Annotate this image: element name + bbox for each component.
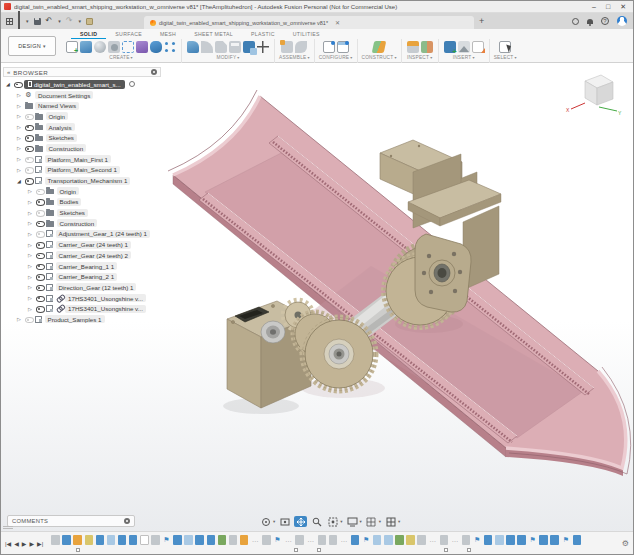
tab-surface[interactable]: SURFACE [106, 31, 151, 39]
timeline-feature[interactable] [240, 535, 249, 545]
display-caret-icon[interactable]: ▾ [360, 519, 362, 524]
help-icon[interactable] [601, 17, 609, 25]
workspace-design-button[interactable]: DESIGN [8, 36, 56, 56]
chamfer-icon[interactable] [215, 41, 227, 53]
flange-plate[interactable] [415, 234, 471, 312]
timeline-feature[interactable] [373, 535, 382, 545]
visibility-eye-icon[interactable] [36, 295, 44, 302]
view-cube[interactable]: X Y [561, 67, 625, 125]
expand-arrow-icon[interactable] [16, 178, 22, 184]
shell-icon[interactable] [229, 41, 241, 53]
expand-arrow-icon[interactable] [27, 242, 33, 248]
timeline-feature[interactable] [318, 535, 327, 545]
timeline-feature[interactable] [395, 535, 404, 545]
timeline-feature[interactable]: … [340, 535, 349, 545]
loft-icon[interactable] [136, 41, 148, 53]
playback-button[interactable]: ▶ [29, 540, 34, 547]
timeline-feature[interactable] [295, 535, 304, 545]
move-copy-icon[interactable] [257, 41, 269, 53]
expand-arrow-icon[interactable] [16, 113, 22, 119]
configure-dropdown[interactable]: CONFIGURE [319, 55, 353, 62]
visibility-eye-icon[interactable] [36, 188, 44, 195]
milestone-icon[interactable] [86, 18, 93, 25]
configuration-table-icon[interactable] [337, 41, 349, 53]
timeline-feature[interactable]: … [284, 535, 293, 545]
timeline-feature[interactable]: ⚑ [273, 535, 282, 545]
timeline-group-marker[interactable] [317, 548, 321, 552]
expand-arrow-icon[interactable] [27, 210, 33, 216]
visibility-eye-icon[interactable] [25, 177, 33, 184]
look-at-icon[interactable] [278, 516, 291, 527]
timeline-feature[interactable] [539, 535, 548, 545]
timeline-feature[interactable] [96, 535, 105, 545]
document-tab[interactable]: digital_twin_enabled_smart_shipping_work… [144, 16, 474, 29]
select-dropdown[interactable]: SELECT [494, 55, 517, 62]
timeline-feature[interactable] [495, 535, 504, 545]
undo-icon[interactable]: ↶ [46, 17, 53, 25]
display-settings-icon[interactable] [346, 516, 359, 527]
new-tab-button[interactable]: + [479, 16, 484, 26]
visibility-eye-icon[interactable] [36, 241, 44, 248]
browser-item-platform-main-second[interactable]: Platform_Main_Second 1 [3, 165, 161, 176]
browser-item-bodies[interactable]: Bodies [3, 197, 161, 208]
minimize-button[interactable]: – [592, 2, 596, 12]
press-pull-icon[interactable] [187, 41, 199, 53]
visibility-eye-icon[interactable] [25, 134, 33, 141]
expand-arrow-icon[interactable] [5, 81, 11, 87]
browser-options-icon[interactable] [151, 69, 157, 75]
timeline-feature[interactable]: … [251, 535, 260, 545]
timeline-feature[interactable]: ⚑ [362, 535, 371, 545]
timeline-feature[interactable] [140, 535, 149, 545]
timeline-feature[interactable] [406, 535, 415, 545]
fit-caret-icon[interactable]: ▾ [340, 519, 342, 524]
browser-item-origin[interactable]: Origin [3, 111, 161, 122]
timeline-feature[interactable] [151, 535, 160, 545]
redo-caret-icon[interactable]: ▾ [78, 18, 81, 24]
timeline-group-marker[interactable] [444, 548, 448, 552]
timeline-feature[interactable] [462, 535, 471, 545]
create-sketch-icon[interactable] [66, 41, 78, 53]
timeline-feature[interactable] [229, 535, 238, 545]
browser-item-sketches-sub[interactable]: Sketches [3, 207, 161, 218]
expand-arrow-icon[interactable] [16, 92, 22, 98]
visibility-eye-icon[interactable] [36, 305, 44, 312]
browser-item-stepper-motor-1[interactable]: 17HS3401_Usongshine v... [3, 293, 161, 304]
browser-header[interactable]: « BROWSER [3, 67, 161, 77]
revolve-icon[interactable] [94, 41, 106, 53]
tab-utilities[interactable]: UTILITIES [284, 31, 329, 39]
expand-arrow-icon[interactable] [16, 124, 22, 130]
visibility-eye-icon[interactable] [36, 273, 44, 280]
visibility-eye-icon[interactable] [14, 81, 22, 88]
timeline-feature[interactable] [62, 535, 71, 545]
timeline-feature[interactable]: … [306, 535, 315, 545]
expand-arrow-icon[interactable] [16, 316, 22, 322]
orbit-icon[interactable] [259, 516, 272, 527]
timeline-settings-gear-icon[interactable] [622, 539, 629, 548]
timeline-group-marker[interactable] [294, 548, 298, 552]
timeline-feature[interactable] [384, 535, 393, 545]
browser-item-stepper-motor-2[interactable]: 17HS3401_Usongshine v... [3, 303, 161, 314]
browser-item-carrier-bearing-2[interactable]: Carrier_Bearing_2 1 [3, 271, 161, 282]
browser-item-carrier-gear-1[interactable]: Carrier_Gear (24 teeth) 1 [3, 239, 161, 250]
joint-icon[interactable] [295, 41, 307, 53]
visibility-eye-icon[interactable] [25, 124, 33, 131]
tab-solid[interactable]: SOLID [71, 31, 106, 39]
grid-caret-icon[interactable]: ▾ [379, 519, 381, 524]
expand-arrow-icon[interactable] [16, 167, 22, 173]
playback-button[interactable]: |◀ [5, 540, 11, 547]
save-icon[interactable] [34, 18, 41, 25]
timeline-feature[interactable] [73, 535, 82, 545]
close-button[interactable]: ✕ [620, 2, 626, 12]
expand-arrow-icon[interactable] [27, 263, 33, 269]
expand-arrow-icon[interactable] [27, 199, 33, 205]
insert-derive-icon[interactable] [444, 41, 456, 53]
timeline-feature[interactable] [51, 535, 60, 545]
assemble-dropdown[interactable]: ASSEMBLE [279, 55, 310, 62]
notifications-bell-icon[interactable] [587, 19, 593, 24]
pan-icon[interactable] [294, 516, 307, 527]
insert-dropdown[interactable]: INSERT [453, 55, 475, 62]
canvas-icon[interactable] [458, 41, 470, 53]
expand-arrow-icon[interactable] [27, 295, 33, 301]
file-menu[interactable] [18, 12, 20, 30]
collapse-panel-icon[interactable]: « [7, 69, 10, 75]
